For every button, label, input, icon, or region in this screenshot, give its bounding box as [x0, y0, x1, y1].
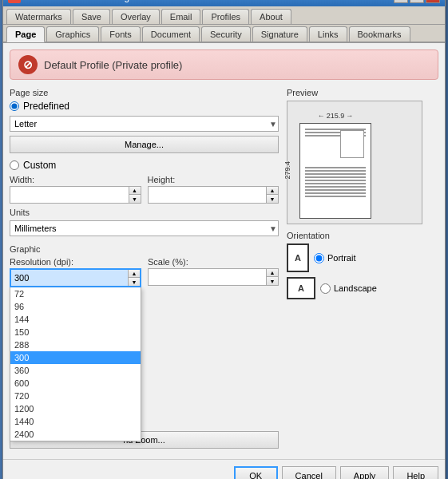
height-input[interactable]: 279.4 [149, 187, 267, 203]
tab-profiles[interactable]: Profiles [202, 9, 249, 24]
preview-line-9 [305, 183, 366, 184]
predefined-radio-row: Predefined [10, 101, 279, 112]
main-window: N novaPDF Pro v7 Printing Preferences ─ … [2, 0, 446, 479]
tab-signature[interactable]: Signature [252, 26, 307, 42]
manage-button[interactable]: Manage... [10, 136, 279, 153]
resolution-dropdown-list: 72 96 144 150 288 300 360 600 720 1200 1 [10, 287, 141, 441]
width-group: Width: 215.9 ▲ ▼ [10, 175, 141, 204]
right-panel: Preview ← 215.9 → 279.4 [287, 88, 438, 453]
preview-line-13 [305, 196, 366, 197]
res-item-150[interactable]: 150 [10, 326, 141, 338]
units-dropdown-container: Millimeters ▼ [10, 220, 279, 236]
preview-line-11 [305, 189, 366, 191]
landscape-row: A Landscape [287, 277, 438, 299]
res-item-600[interactable]: 600 [10, 377, 141, 390]
resolution-input[interactable] [11, 270, 128, 286]
height-group: Height: 279.4 ▲ ▼ [148, 175, 280, 204]
res-item-1440[interactable]: 1440 [10, 415, 141, 428]
res-item-360[interactable]: 360 [10, 364, 141, 377]
preview-box: ← 215.9 → 279.4 [287, 101, 422, 224]
predefined-radio[interactable] [10, 101, 19, 111]
preview-page [299, 123, 371, 219]
tab-links[interactable]: Links [309, 26, 347, 42]
width-spinbox-btns: ▲ ▼ [129, 187, 141, 203]
resolution-up-button[interactable]: ▲ [129, 270, 140, 278]
res-item-96[interactable]: 96 [10, 300, 141, 313]
scale-down-button[interactable]: ▼ [267, 277, 278, 285]
preview-label: Preview [287, 88, 438, 97]
tab-graphics[interactable]: Graphics [46, 26, 99, 42]
graphic-row: Resolution (dpi): ▲ ▼ 72 [10, 257, 279, 287]
apply-button[interactable]: Apply [340, 466, 390, 479]
profile-icon: ⊘ [18, 55, 38, 74]
tab-bookmarks[interactable]: Bookmarks [349, 26, 410, 42]
res-item-1200[interactable]: 1200 [10, 402, 141, 415]
title-bar-left: N novaPDF Pro v7 Printing Preferences [8, 0, 184, 3]
scale-up-button[interactable]: ▲ [267, 269, 278, 277]
height-up-button[interactable]: ▲ [267, 187, 278, 195]
left-panel: Page size Predefined Letter ▼ Manage... … [10, 88, 279, 453]
scale-group: Scale (%): 100 ▲ ▼ [148, 257, 279, 286]
height-label: Height: [148, 175, 280, 184]
width-input[interactable]: 215.9 [10, 187, 129, 203]
predefined-label: Predefined [23, 101, 69, 112]
predefined-dropdown[interactable]: Letter [10, 116, 279, 132]
main-layout: Page size Predefined Letter ▼ Manage... … [10, 88, 438, 453]
res-item-288[interactable]: 288 [10, 338, 141, 351]
custom-radio-row: Custom [10, 160, 279, 171]
ok-button[interactable]: OK [234, 466, 278, 479]
page-size-label: Page size [10, 88, 279, 97]
orientation-label: Orientation [287, 231, 438, 240]
tab-fonts[interactable]: Fonts [101, 26, 141, 42]
units-label: Units [10, 208, 279, 217]
width-up-button[interactable]: ▲ [129, 187, 141, 195]
res-item-72[interactable]: 72 [10, 287, 141, 300]
height-down-button[interactable]: ▼ [267, 195, 278, 203]
minimize-button[interactable]: ─ [394, 0, 408, 3]
preview-thumbnail [340, 130, 364, 158]
landscape-label: Landscape [334, 283, 377, 293]
res-item-144[interactable]: 144 [10, 313, 141, 326]
landscape-radio[interactable] [320, 283, 331, 294]
resolution-label: Resolution (dpi): [10, 257, 141, 267]
graphic-label: Graphic [10, 244, 279, 254]
title-controls: ─ □ ✕ [394, 0, 440, 3]
portrait-radio[interactable] [314, 253, 324, 263]
tab-save[interactable]: Save [73, 9, 110, 24]
custom-radio[interactable] [10, 160, 19, 170]
preview-line-10 [305, 186, 366, 188]
res-item-300[interactable]: 300 [10, 351, 141, 364]
portrait-row: A Portrait [287, 243, 438, 272]
res-item-720[interactable]: 720 [10, 390, 141, 402]
graphic-section: Graphic Resolution (dpi): ▲ ▼ [10, 244, 279, 449]
cancel-button[interactable]: Cancel [282, 466, 336, 479]
landscape-icon: A [287, 277, 315, 299]
tab-row-2: Page Graphics Fonts Document Security Si… [3, 25, 445, 43]
tab-page[interactable]: Page [6, 26, 45, 42]
units-dropdown[interactable]: Millimeters [10, 220, 279, 236]
height-spinbox: 279.4 ▲ ▼ [148, 186, 280, 204]
preview-line-7 [305, 176, 366, 178]
scale-input[interactable]: 100 [149, 269, 266, 285]
maximize-button[interactable]: □ [410, 0, 424, 3]
help-button[interactable]: Help [393, 466, 438, 479]
res-item-2400[interactable]: 2400 [10, 428, 141, 441]
width-down-button[interactable]: ▼ [129, 195, 141, 203]
tab-about[interactable]: About [251, 9, 291, 24]
tab-document[interactable]: Document [142, 26, 200, 42]
tab-security[interactable]: Security [201, 26, 251, 42]
tab-overlay[interactable]: Overlay [112, 9, 160, 24]
preview-line-4 [305, 167, 366, 168]
portrait-label-row: Portrait [314, 253, 355, 263]
tab-watermarks[interactable]: Watermarks [6, 9, 71, 24]
height-spinbox-btns: ▲ ▼ [266, 187, 278, 203]
orientation-section: Orientation A Portrait A Landscape [287, 231, 438, 299]
resolution-down-button[interactable]: ▼ [129, 278, 140, 286]
tab-email[interactable]: Email [161, 9, 201, 24]
preview-wrapper: ← 215.9 → 279.4 [299, 123, 371, 219]
close-button[interactable]: ✕ [426, 0, 440, 3]
profile-label: Default Profile (Private profile) [44, 59, 182, 71]
content-area: ⊘ Default Profile (Private profile) Page… [3, 43, 445, 459]
preview-line-5 [305, 170, 366, 172]
preview-line-8 [305, 180, 366, 181]
